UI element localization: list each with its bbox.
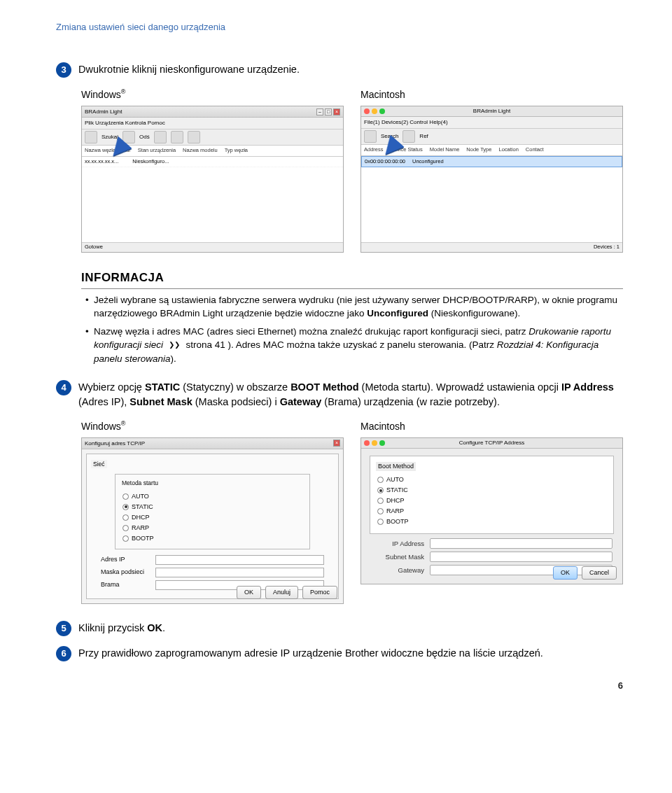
table-row[interactable]: 0x00:00:00:00:00 Unconfigured bbox=[361, 156, 622, 168]
radio-rarp[interactable]: RARP bbox=[122, 524, 302, 533]
radio-label: DHCP bbox=[132, 513, 150, 522]
search-label: Szukaj bbox=[102, 133, 118, 141]
col-header: Stan urządzenia bbox=[138, 147, 176, 155]
mac-window-controls[interactable] bbox=[364, 108, 385, 114]
mask-field: Subnet Mask bbox=[371, 552, 612, 562]
t: (Adres IP), bbox=[78, 396, 130, 407]
step-3-num: 3 bbox=[56, 62, 71, 78]
col-header: Device Status bbox=[391, 146, 423, 154]
search-icon[interactable] bbox=[364, 130, 377, 143]
mac-toolbar: Search Ref bbox=[361, 129, 622, 145]
t: IP Address bbox=[561, 381, 614, 393]
mac-boot-group: Boot Method AUTO STATIC DHCP RARP BOOTP bbox=[370, 456, 614, 534]
radio-dhcp[interactable]: DHCP bbox=[122, 513, 302, 522]
win-column-headers: Nazwa węzła Adr Stan urządzenia Nazwa mo… bbox=[82, 146, 343, 157]
info-bold: Unconfigured bbox=[367, 308, 428, 318]
t: (Metoda startu). Wprowadź ustawienia opc… bbox=[359, 381, 561, 393]
ip-input[interactable] bbox=[430, 538, 612, 549]
toolbar-icon[interactable] bbox=[171, 131, 183, 143]
cell: Unconfigured bbox=[412, 158, 444, 166]
mask-input[interactable] bbox=[430, 552, 612, 562]
toolbar-icon[interactable] bbox=[188, 131, 200, 143]
info-text: strona 41 ). Adres MAC można także uzysk… bbox=[186, 339, 497, 350]
close-icon[interactable]: × bbox=[333, 440, 340, 447]
group-label: Boot Method bbox=[376, 462, 416, 471]
field-label: Adres IP bbox=[101, 555, 150, 564]
windows-text: Windows bbox=[81, 89, 121, 100]
win-window-controls[interactable]: –□× bbox=[316, 108, 340, 115]
mac-window-controls[interactable] bbox=[364, 440, 385, 446]
table-row[interactable]: xx.xx.xx.xx.x... Nieskonfiguro... bbox=[82, 157, 343, 168]
info-text: Jeżeli wybrane są ustawienia fabryczne s… bbox=[94, 295, 617, 319]
step-3-text: Dwukrotnie kliknij nieskonfigurowane urz… bbox=[78, 62, 623, 77]
os-label-windows: Windows® bbox=[81, 87, 344, 101]
radio-static[interactable]: STATIC bbox=[377, 486, 606, 495]
ok-button[interactable]: OK bbox=[237, 586, 261, 599]
win-title: BRAdmin Light bbox=[85, 108, 122, 116]
field-label: Subnet Mask bbox=[371, 552, 424, 562]
ip-field: IP Address bbox=[371, 538, 612, 549]
step-5: 5 Kliknij przycisk OK. bbox=[56, 621, 623, 636]
col-header: Typ węzła bbox=[225, 147, 248, 155]
page-header: Zmiana ustawień sieci danego urządzenia bbox=[56, 21, 623, 34]
refresh-label: Odś bbox=[139, 133, 150, 141]
radio-label: AUTO bbox=[132, 492, 149, 501]
dlg-title: Konfiguruj adres TCP/IP bbox=[85, 440, 145, 448]
radio-bootp[interactable]: BOOTP bbox=[122, 534, 302, 543]
dlg-buttons: OK Anuluj Pomoc bbox=[237, 586, 337, 599]
t: . bbox=[162, 622, 165, 633]
field-label: IP Address bbox=[371, 539, 424, 549]
radio-label: STATIC bbox=[132, 503, 153, 512]
radio-label: BOOTP bbox=[132, 534, 154, 543]
radio-dhcp[interactable]: DHCP bbox=[377, 496, 606, 505]
t: Wybierz opcję bbox=[78, 381, 145, 393]
search-icon[interactable] bbox=[85, 131, 97, 143]
dlg-buttons: OK Cancel bbox=[553, 566, 617, 580]
screenshots-row-1: Windows® BRAdmin Light –□× Plik Urządzen… bbox=[81, 87, 623, 253]
col-header: Adr bbox=[122, 147, 131, 155]
reg-mark: ® bbox=[121, 88, 126, 95]
radio-label: BOOTP bbox=[386, 517, 409, 526]
col-header: Contact bbox=[526, 146, 544, 154]
ok-button[interactable]: OK bbox=[553, 566, 578, 580]
radio-auto[interactable]: AUTO bbox=[122, 492, 302, 501]
mask-field: Maska podsieci bbox=[101, 568, 324, 577]
step-3: 3 Dwukrotnie kliknij nieskonfigurowane u… bbox=[56, 62, 623, 78]
screenshots-row-2: Windows® Konfiguruj adres TCP/IP × Sieć … bbox=[81, 419, 623, 604]
windows-text: Windows bbox=[81, 421, 121, 432]
refresh-icon[interactable] bbox=[402, 130, 415, 143]
radio-auto[interactable]: AUTO bbox=[377, 475, 606, 484]
win-bradmin-window: BRAdmin Light –□× Plik Urządzenia Kontro… bbox=[81, 106, 344, 253]
t: Kliknij przycisk bbox=[78, 622, 147, 633]
radio-rarp[interactable]: RARP bbox=[377, 507, 606, 516]
mac-menubar[interactable]: File(1) Devices(2) Control Help(4) bbox=[361, 117, 622, 129]
win-menubar[interactable]: Plik Urządzenia Kontrola Pomoc bbox=[82, 118, 343, 129]
mask-input[interactable] bbox=[155, 568, 324, 577]
win-statusbar: Gotowe bbox=[82, 242, 343, 252]
radio-label: RARP bbox=[386, 507, 404, 516]
cell: Nieskonfiguro... bbox=[132, 158, 169, 166]
t: OK bbox=[147, 622, 162, 633]
ip-input[interactable] bbox=[155, 555, 324, 565]
reg-mark: ® bbox=[121, 420, 126, 427]
ip-field: Adres IP bbox=[101, 555, 324, 565]
t: BOOT Method bbox=[290, 381, 358, 393]
col-header: Model Name bbox=[430, 146, 460, 154]
col-header: Address bbox=[364, 146, 384, 154]
radio-bootp[interactable]: BOOTP bbox=[377, 517, 606, 526]
mac-bradmin-window: BRAdmin Light File(1) Devices(2) Control… bbox=[360, 106, 623, 253]
step-4: 4 Wybierz opcję STATIC (Statyczny) w obs… bbox=[56, 380, 623, 409]
t: Gateway bbox=[280, 396, 322, 407]
t: (Statyczny) w obszarze bbox=[180, 381, 290, 393]
help-button[interactable]: Pomoc bbox=[302, 586, 337, 599]
col-header: Location bbox=[498, 146, 518, 154]
cancel-button[interactable]: Anuluj bbox=[265, 586, 298, 599]
toolbar-icon[interactable] bbox=[154, 131, 167, 143]
method-label: Metoda startu bbox=[120, 479, 160, 487]
info-bullet-2: Nazwę węzła i adres MAC (adres sieci Eth… bbox=[85, 325, 623, 366]
search-label: Search bbox=[381, 132, 398, 141]
refresh-icon[interactable] bbox=[122, 131, 135, 143]
dlg-title: Configure TCP/IP Address bbox=[459, 439, 525, 447]
radio-static[interactable]: STATIC bbox=[122, 503, 302, 512]
cancel-button[interactable]: Cancel bbox=[582, 566, 617, 580]
